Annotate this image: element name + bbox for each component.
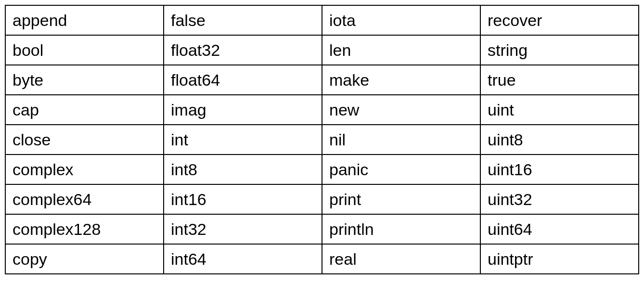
table-cell: uint8 xyxy=(480,125,639,155)
table-cell: append xyxy=(5,5,164,35)
table-cell: true xyxy=(480,65,639,95)
table-cell: uint16 xyxy=(480,155,639,184)
table-cell: uint32 xyxy=(480,184,639,214)
table-cell: panic xyxy=(322,155,480,184)
table-row: byte float64 make true xyxy=(5,65,639,95)
table-row: copy int64 real uintptr xyxy=(5,244,639,274)
table-cell: close xyxy=(5,125,164,155)
table-row: append false iota recover xyxy=(5,5,639,35)
table-cell: uint64 xyxy=(480,214,639,244)
table-cell: recover xyxy=(480,5,639,35)
table-cell: complex64 xyxy=(5,184,164,214)
table-cell: byte xyxy=(5,65,164,95)
table-cell: nil xyxy=(322,125,480,155)
table-cell: int8 xyxy=(164,155,322,184)
table-cell: float64 xyxy=(164,65,322,95)
identifiers-table: append false iota recover bool float32 l… xyxy=(5,5,639,274)
table-cell: uint xyxy=(480,95,639,125)
table-cell: real xyxy=(322,244,480,274)
table-row: complex int8 panic uint16 xyxy=(5,155,639,184)
table-cell: iota xyxy=(322,5,480,35)
table-cell: new xyxy=(322,95,480,125)
table-cell: false xyxy=(164,5,322,35)
table-cell: string xyxy=(480,35,639,65)
table-cell: complex128 xyxy=(5,214,164,244)
table-cell: complex xyxy=(5,155,164,184)
table-cell: int32 xyxy=(164,214,322,244)
table-cell: int xyxy=(164,125,322,155)
table-row: cap imag new uint xyxy=(5,95,639,125)
table-cell: bool xyxy=(5,35,164,65)
table-row: complex128 int32 println uint64 xyxy=(5,214,639,244)
table-cell: imag xyxy=(164,95,322,125)
table-cell: copy xyxy=(5,244,164,274)
table-cell: float32 xyxy=(164,35,322,65)
table-cell: int16 xyxy=(164,184,322,214)
table-cell: len xyxy=(322,35,480,65)
table-row: complex64 int16 print uint32 xyxy=(5,184,639,214)
table-row: close int nil uint8 xyxy=(5,125,639,155)
table-cell: int64 xyxy=(164,244,322,274)
table-cell: uintptr xyxy=(480,244,639,274)
table-cell: make xyxy=(322,65,480,95)
table-cell: print xyxy=(322,184,480,214)
table-cell: println xyxy=(322,214,480,244)
table-cell: cap xyxy=(5,95,164,125)
table-row: bool float32 len string xyxy=(5,35,639,65)
